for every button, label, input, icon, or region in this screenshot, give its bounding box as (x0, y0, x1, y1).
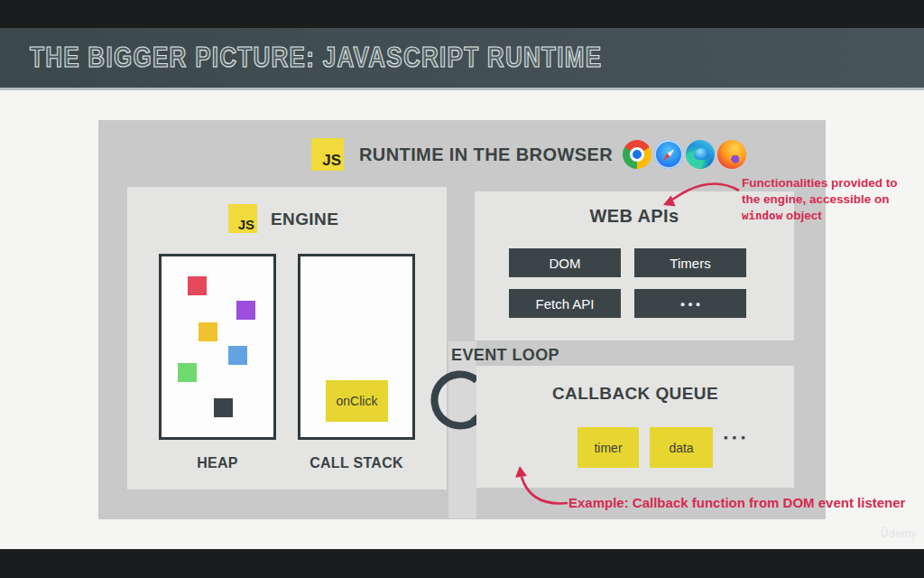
callback-queue-ellipsis: ▪▪▪ (724, 431, 750, 444)
heap-object-blue (228, 346, 247, 365)
runtime-title: RUNTIME IN THE BROWSER (359, 144, 613, 165)
js-engine-logo: JS (228, 204, 257, 233)
browser-icons (623, 140, 746, 169)
heap-object-yellow (199, 322, 217, 341)
call-stack-frame: onClick (326, 380, 388, 422)
event-loop-label: EVENT LOOP (451, 346, 559, 365)
callback-annotation: Example: Callback function from DOM even… (568, 495, 905, 510)
edge-icon (686, 140, 715, 169)
annotation-line: the engine, accessible on (742, 191, 922, 208)
engine-title: ENGINE (271, 210, 338, 229)
heap-object-purple (236, 301, 255, 320)
heap-object-red (188, 276, 207, 295)
letterbox-bottom (0, 549, 924, 578)
slide-title: THE BIGGER PICTURE: JAVASCRIPT RUNTIME (30, 42, 602, 74)
firefox-icon (717, 140, 746, 169)
annotation-line: Functionalities provided to (742, 175, 922, 191)
engine-panel: JS ENGINE onClick HEAP CALL STACK (127, 187, 447, 489)
js-logo: JS (311, 138, 344, 171)
callback-queue-title: CALLBACK QUEUE (476, 384, 794, 404)
annotation-line-rest: object (782, 209, 822, 222)
annotation-line: window object (742, 208, 922, 224)
heap-object-green (178, 363, 197, 382)
slide: THE BIGGER PICTURE: JAVASCRIPT RUNTIME J… (0, 0, 924, 578)
chrome-icon (623, 140, 651, 169)
runtime-container: JS RUNTIME IN THE BROWSER JS ENGINE (98, 120, 826, 519)
callback-item-timer: timer (578, 427, 639, 468)
safari-icon (654, 140, 683, 169)
heap-object-dark (214, 398, 233, 417)
web-api-ellipsis: ••• (634, 289, 746, 318)
web-api-fetch: Fetch API (509, 289, 621, 318)
js-engine-logo-text: JS (238, 217, 254, 232)
heap-box (159, 254, 276, 440)
letterbox-top (0, 0, 924, 28)
window-code-text: window (742, 209, 782, 222)
web-api-dom: DOM (509, 248, 621, 277)
web-apis-annotation: Functionalities provided to the engine, … (742, 175, 922, 224)
callback-queue-panel: CALLBACK QUEUE timer data ▪▪▪ (476, 366, 794, 488)
web-api-timers: Timers (634, 248, 746, 277)
udemy-watermark: Ûdemy (864, 527, 917, 540)
call-stack-label: CALL STACK (298, 455, 415, 471)
call-stack-box: onClick (298, 254, 415, 440)
heap-label: HEAP (159, 455, 276, 471)
slide-header: THE BIGGER PICTURE: JAVASCRIPT RUNTIME (0, 28, 924, 90)
callback-item-data: data (650, 427, 713, 468)
js-logo-text: JS (322, 152, 341, 170)
